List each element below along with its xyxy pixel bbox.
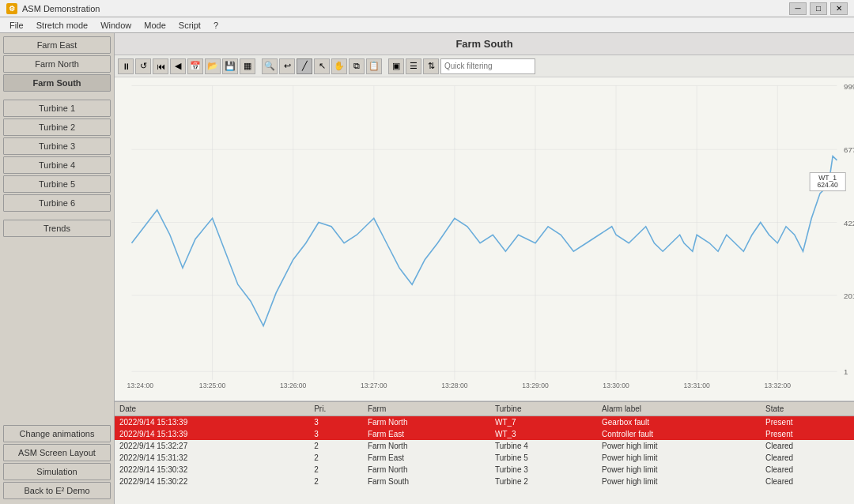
tb-pause-btn[interactable]: ⏸ xyxy=(118,58,134,74)
close-button[interactable]: ✕ xyxy=(830,2,848,15)
table-row[interactable]: 2022/9/14 15:31:322Farm EastTurbine 5Pow… xyxy=(115,452,854,464)
sidebar-item-change-animations[interactable]: Change animations xyxy=(3,425,111,442)
table-row[interactable]: 2022/9/14 15:32:272Farm NorthTurbine 4Po… xyxy=(115,440,854,452)
minimize-button[interactable]: ─ xyxy=(789,2,807,15)
tb-calendar-btn[interactable]: 📅 xyxy=(187,58,203,74)
alarm-cell-label: Controller fault xyxy=(597,428,761,440)
tb-skip-start-btn[interactable]: ⏮ xyxy=(153,58,168,74)
alarm-cell-label: Power high limit xyxy=(597,452,761,464)
sidebar-item-turbine-1[interactable]: Turbine 1 xyxy=(3,100,111,117)
alarm-cell-state: Cleared xyxy=(761,440,854,452)
svg-text:13:27:00: 13:27:00 xyxy=(361,382,387,389)
window-title: ASM Demonstration xyxy=(22,4,100,13)
svg-text:13:24:00: 13:24:00 xyxy=(127,382,154,389)
sidebar-item-turbine-6[interactable]: Turbine 6 xyxy=(3,194,111,212)
svg-text:13:25:00: 13:25:00 xyxy=(199,382,226,389)
alarm-cell-state: Present xyxy=(761,428,854,440)
chart-area: 999.6 677.36 422.24 201.12 1 WT_1 624.40… xyxy=(115,77,854,401)
alarm-cell-priority: 3 xyxy=(309,428,363,440)
sidebar-item-turbine-4[interactable]: Turbine 4 xyxy=(3,156,111,174)
chart-svg: 999.6 677.36 422.24 201.12 1 WT_1 624.40… xyxy=(115,77,854,401)
tb-filter-btn[interactable]: ☰ xyxy=(406,58,421,74)
tb-paste-btn[interactable]: 📋 xyxy=(366,58,382,74)
tb-folder-btn[interactable]: 📂 xyxy=(205,58,221,74)
alarm-cell-date: 2022/9/14 15:32:27 xyxy=(115,440,309,452)
tb-refresh-btn[interactable]: ↺ xyxy=(135,58,151,74)
sidebar-item-trends[interactable]: Trends xyxy=(3,220,111,237)
alarm-section[interactable]: Date Pri. Farm Turbine Alarm label State… xyxy=(115,401,854,504)
svg-text:13:30:00: 13:30:00 xyxy=(603,382,629,389)
alarm-cell-state: Cleared xyxy=(761,464,854,476)
sidebar-item-farm-north[interactable]: Farm North xyxy=(3,55,111,73)
maximize-button[interactable]: □ xyxy=(810,2,827,15)
table-row[interactable]: 2022/9/14 15:30:222Farm SouthTurbine 2Po… xyxy=(115,476,854,487)
alarm-cell-farm: Farm North xyxy=(363,440,490,452)
svg-text:1: 1 xyxy=(844,368,848,377)
alarm-cell-turbine: Turbine 5 xyxy=(490,452,597,464)
tb-save-btn[interactable]: 💾 xyxy=(222,58,238,74)
svg-text:WT_1: WT_1 xyxy=(818,174,837,182)
svg-text:13:32:00: 13:32:00 xyxy=(765,382,792,389)
sidebar-item-turbine-2[interactable]: Turbine 2 xyxy=(3,118,111,136)
sidebar-item-simulation[interactable]: Simulation xyxy=(3,463,111,480)
alarm-cell-turbine: WT_7 xyxy=(490,416,597,429)
sidebar-item-farm-south[interactable]: Farm South xyxy=(3,74,111,92)
sidebar-item-turbine-5[interactable]: Turbine 5 xyxy=(3,175,111,193)
alarm-cell-priority: 2 xyxy=(309,476,363,487)
menu-window[interactable]: Window xyxy=(94,17,138,33)
alarm-cell-state: Cleared xyxy=(761,452,854,464)
tb-select-btn[interactable]: ╱ xyxy=(297,58,312,74)
alarm-cell-date: 2022/9/14 15:30:22 xyxy=(115,476,309,487)
svg-text:13:29:00: 13:29:00 xyxy=(522,382,549,389)
menu-bar: File Stretch mode Window Mode Script ? xyxy=(0,17,854,33)
tb-grid-btn[interactable]: ▦ xyxy=(240,58,255,74)
svg-text:13:31:00: 13:31:00 xyxy=(683,382,710,389)
tb-copy-btn[interactable]: ⧉ xyxy=(349,58,365,74)
table-row[interactable]: 2022/9/14 15:13:393Farm NorthWT_7Gearbox… xyxy=(115,416,854,429)
alarm-cell-farm: Farm North xyxy=(363,464,490,476)
table-row[interactable]: 2022/9/14 15:30:322Farm NorthTurbine 3Po… xyxy=(115,464,854,476)
svg-text:422.24: 422.24 xyxy=(844,219,854,228)
col-farm: Farm xyxy=(363,402,490,416)
sidebar-item-farm-east[interactable]: Farm East xyxy=(3,36,111,54)
tb-cursor-btn[interactable]: ↖ xyxy=(314,58,330,74)
svg-text:13:28:00: 13:28:00 xyxy=(441,382,468,389)
app-icon: ⚙ xyxy=(6,3,17,14)
table-row[interactable]: 2022/9/14 15:13:393Farm EastWT_3Controll… xyxy=(115,428,854,440)
alarm-cell-farm: Farm South xyxy=(363,476,490,487)
quick-filter-input[interactable] xyxy=(440,58,535,74)
menu-stretch[interactable]: Stretch mode xyxy=(30,17,94,33)
alarm-cell-priority: 3 xyxy=(309,416,363,429)
menu-file[interactable]: File xyxy=(3,17,30,33)
menu-help[interactable]: ? xyxy=(207,17,225,33)
svg-text:677.36: 677.36 xyxy=(844,146,854,155)
alarm-cell-date: 2022/9/14 15:13:39 xyxy=(115,428,309,440)
sidebar-item-turbine-3[interactable]: Turbine 3 xyxy=(3,137,111,155)
col-date: Date xyxy=(115,402,309,416)
menu-mode[interactable]: Mode xyxy=(138,17,172,33)
alarm-cell-priority: 2 xyxy=(309,464,363,476)
alarm-cell-turbine: Turbine 2 xyxy=(490,476,597,487)
tb-zoom-in-btn[interactable]: 🔍 xyxy=(262,58,278,74)
sidebar-item-asm-screen-layout[interactable]: ASM Screen Layout xyxy=(3,444,111,461)
alarm-cell-label: Power high limit xyxy=(597,464,761,476)
title-bar: ⚙ ASM Demonstration ─ □ ✕ xyxy=(0,0,854,17)
tb-columns-btn[interactable]: ▣ xyxy=(388,58,404,74)
svg-text:999.6: 999.6 xyxy=(844,82,854,91)
alarm-table: Date Pri. Farm Turbine Alarm label State… xyxy=(115,402,854,487)
tb-sort-btn[interactable]: ⇅ xyxy=(423,58,439,74)
tb-skip-back-btn[interactable]: ◀ xyxy=(170,58,186,74)
content-area: Farm South ⏸ ↺ ⏮ ◀ 📅 📂 💾 ▦ 🔍 ↩ ╱ ↖ ✋ ⧉ 📋… xyxy=(115,33,854,504)
window-controls[interactable]: ─ □ ✕ xyxy=(789,2,848,15)
sidebar: Farm East Farm North Farm South Turbine … xyxy=(0,33,115,504)
tb-pan-btn[interactable]: ✋ xyxy=(331,58,347,74)
menu-script[interactable]: Script xyxy=(172,17,207,33)
alarm-cell-turbine: Turbine 3 xyxy=(490,464,597,476)
alarm-cell-label: Power high limit xyxy=(597,476,761,487)
col-priority: Pri. xyxy=(309,402,363,416)
alarm-cell-farm: Farm East xyxy=(363,452,490,464)
tb-zoom-back-btn[interactable]: ↩ xyxy=(279,58,295,74)
svg-text:13:26:00: 13:26:00 xyxy=(280,382,307,389)
alarm-cell-farm: Farm East xyxy=(363,428,490,440)
sidebar-item-back-e2[interactable]: Back to E² Demo xyxy=(3,482,111,499)
